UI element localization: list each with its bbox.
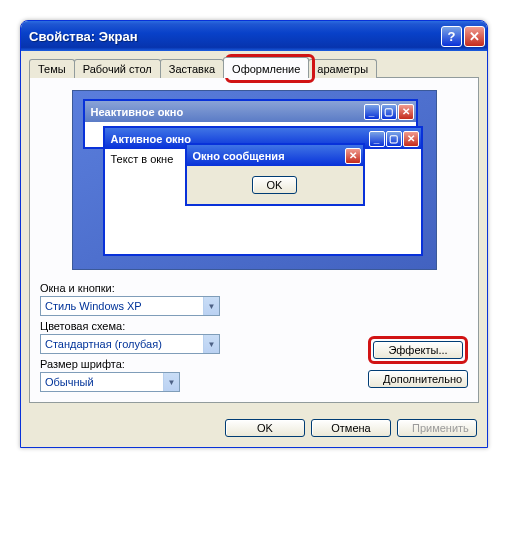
tab-settings[interactable]: араметры [308,59,377,78]
preview-message-titlebar: Окно сообщения ✕ [187,145,363,166]
apply-button[interactable]: Применить [397,419,477,437]
tabs-bar: Темы Рабочий стол Заставка Оформление ар… [29,59,479,78]
preview-inactive-title: Неактивное окно [91,106,184,118]
style-value: Стиль Windows XP [41,300,203,312]
maximize-icon: ▢ [386,131,402,147]
display-properties-window: Свойства: Экран ? ✕ Темы Рабочий стол За… [20,20,488,448]
effects-highlight: Эффекты... [368,336,468,364]
chevron-down-icon[interactable]: ▼ [163,373,179,391]
theme-preview: Неактивное окно _ ▢ ✕ Активное окно _ ▢ … [72,90,437,270]
preview-inactive-titlebar: Неактивное окно _ ▢ ✕ [85,101,416,122]
color-combobox[interactable]: Стандартная (голубая) ▼ [40,334,220,354]
tab-themes[interactable]: Темы [29,59,75,78]
preview-message-body: OK [187,166,363,204]
preview-active-title: Активное окно [111,133,192,145]
appearance-panel: Неактивное окно _ ▢ ✕ Активное окно _ ▢ … [29,77,479,403]
window-title: Свойства: Экран [29,29,439,44]
ok-button[interactable]: OK [225,419,305,437]
chevron-down-icon[interactable]: ▼ [203,297,219,315]
close-icon: ✕ [398,104,414,120]
chevron-down-icon[interactable]: ▼ [203,335,219,353]
tab-screensaver[interactable]: Заставка [160,59,224,78]
color-value: Стандартная (голубая) [41,338,203,350]
preview-ok-button: OK [252,176,298,194]
color-scheme-label: Цветовая схема: [40,320,468,332]
close-icon[interactable]: ✕ [464,26,485,47]
effects-button[interactable]: Эффекты... [373,341,463,359]
cancel-button[interactable]: Отмена [311,419,391,437]
advanced-button[interactable]: Дополнительно [368,370,468,388]
minimize-icon: _ [369,131,385,147]
font-value: Обычный [41,376,163,388]
preview-active-window: Активное окно _ ▢ ✕ Текст в окне Окно со… [103,126,423,256]
close-icon: ✕ [403,131,419,147]
tab-appearance[interactable]: Оформление [223,57,309,78]
preview-message-box: Окно сообщения ✕ OK [185,143,365,206]
minimize-icon: _ [364,104,380,120]
font-combobox[interactable]: Обычный ▼ [40,372,180,392]
preview-message-title: Окно сообщения [193,150,285,162]
close-icon: ✕ [345,148,361,164]
help-icon[interactable]: ? [441,26,462,47]
dialog-buttons: OK Отмена Применить [21,411,487,447]
tab-desktop[interactable]: Рабочий стол [74,59,161,78]
maximize-icon: ▢ [381,104,397,120]
side-buttons: Эффекты... Дополнительно [368,336,468,388]
windows-buttons-label: Окна и кнопки: [40,282,468,294]
titlebar[interactable]: Свойства: Экран ? ✕ [21,21,487,51]
style-combobox[interactable]: Стиль Windows XP ▼ [40,296,220,316]
